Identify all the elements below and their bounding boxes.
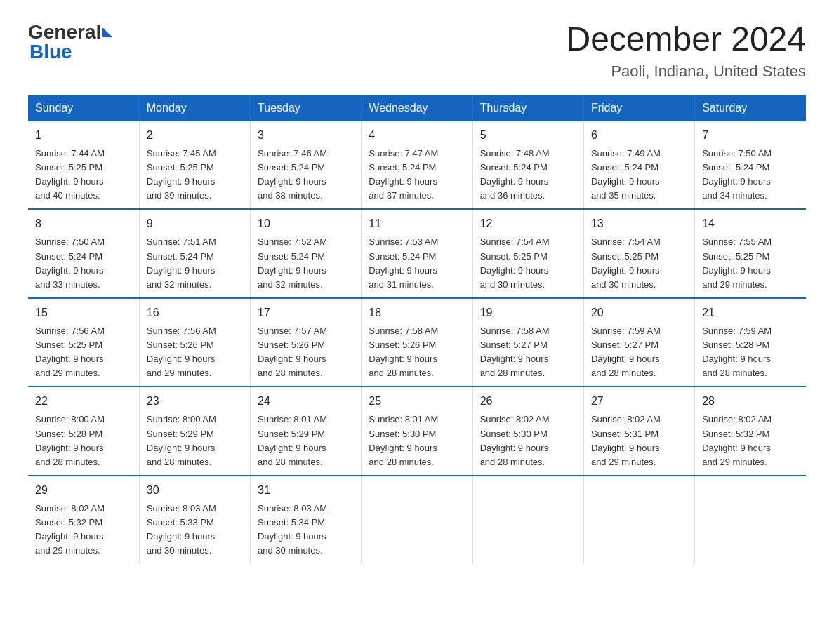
calendar-day-cell: 26Sunrise: 8:02 AMSunset: 5:30 PMDayligh…	[472, 387, 583, 476]
calendar-week-row: 29Sunrise: 8:02 AMSunset: 5:32 PMDayligh…	[28, 476, 806, 564]
location: Paoli, Indiana, United States	[566, 62, 806, 81]
calendar-day-cell: 11Sunrise: 7:53 AMSunset: 5:24 PMDayligh…	[362, 209, 472, 298]
day-info: Sunrise: 8:00 AMSunset: 5:29 PMDaylight:…	[147, 412, 243, 469]
calendar-day-cell: 9Sunrise: 7:51 AMSunset: 5:24 PMDaylight…	[139, 209, 250, 298]
day-number: 11	[369, 215, 465, 232]
calendar-day-cell: 30Sunrise: 8:03 AMSunset: 5:33 PMDayligh…	[139, 476, 250, 564]
day-info: Sunrise: 7:56 AMSunset: 5:25 PMDaylight:…	[35, 324, 132, 381]
day-number: 13	[591, 215, 687, 232]
day-info: Sunrise: 7:52 AMSunset: 5:24 PMDaylight:…	[258, 235, 354, 292]
day-number: 29	[35, 482, 132, 499]
day-number: 2	[147, 127, 243, 144]
day-number: 21	[702, 304, 799, 321]
calendar-day-cell: 17Sunrise: 7:57 AMSunset: 5:26 PMDayligh…	[251, 298, 362, 387]
day-number: 7	[702, 127, 799, 144]
calendar-day-cell: 29Sunrise: 8:02 AMSunset: 5:32 PMDayligh…	[28, 476, 139, 564]
calendar-day-cell: 31Sunrise: 8:03 AMSunset: 5:34 PMDayligh…	[251, 476, 362, 564]
day-info: Sunrise: 7:58 AMSunset: 5:26 PMDaylight:…	[369, 324, 465, 381]
calendar-day-cell	[472, 476, 583, 564]
day-info: Sunrise: 7:47 AMSunset: 5:24 PMDaylight:…	[369, 147, 465, 203]
day-info: Sunrise: 7:51 AMSunset: 5:24 PMDaylight:…	[147, 235, 243, 292]
header-day: Tuesday	[251, 95, 362, 121]
calendar-body: 1Sunrise: 7:44 AMSunset: 5:25 PMDaylight…	[28, 121, 806, 564]
calendar-day-cell: 7Sunrise: 7:50 AMSunset: 5:24 PMDaylight…	[695, 121, 806, 210]
day-info: Sunrise: 8:00 AMSunset: 5:28 PMDaylight:…	[35, 412, 132, 469]
day-info: Sunrise: 7:54 AMSunset: 5:25 PMDaylight:…	[480, 235, 576, 292]
day-info: Sunrise: 8:01 AMSunset: 5:29 PMDaylight:…	[258, 412, 354, 469]
calendar-day-cell: 27Sunrise: 8:02 AMSunset: 5:31 PMDayligh…	[583, 387, 694, 476]
day-info: Sunrise: 7:48 AMSunset: 5:24 PMDaylight:…	[480, 147, 576, 203]
day-info: Sunrise: 7:56 AMSunset: 5:26 PMDaylight:…	[147, 324, 243, 381]
header-day: Wednesday	[362, 95, 472, 121]
calendar-day-cell: 18Sunrise: 7:58 AMSunset: 5:26 PMDayligh…	[362, 298, 472, 387]
day-info: Sunrise: 7:50 AMSunset: 5:24 PMDaylight:…	[35, 235, 132, 292]
calendar-day-cell: 8Sunrise: 7:50 AMSunset: 5:24 PMDaylight…	[28, 209, 139, 298]
day-info: Sunrise: 8:03 AMSunset: 5:33 PMDaylight:…	[147, 502, 243, 558]
calendar-day-cell	[362, 476, 472, 564]
calendar-day-cell: 16Sunrise: 7:56 AMSunset: 5:26 PMDayligh…	[139, 298, 250, 387]
day-number: 18	[369, 304, 465, 321]
calendar-day-cell: 1Sunrise: 7:44 AMSunset: 5:25 PMDaylight…	[28, 121, 139, 210]
calendar-week-row: 22Sunrise: 8:00 AMSunset: 5:28 PMDayligh…	[28, 387, 806, 476]
day-number: 8	[35, 215, 132, 232]
header-day: Friday	[583, 95, 694, 121]
header-day: Saturday	[695, 95, 806, 121]
header-row: SundayMondayTuesdayWednesdayThursdayFrid…	[28, 95, 806, 121]
day-number: 25	[369, 393, 465, 410]
title-area: December 2024 Paoli, Indiana, United Sta…	[566, 21, 806, 81]
calendar-day-cell: 6Sunrise: 7:49 AMSunset: 5:24 PMDaylight…	[583, 121, 694, 210]
month-title: December 2024	[566, 21, 806, 58]
day-info: Sunrise: 7:49 AMSunset: 5:24 PMDaylight:…	[591, 147, 687, 203]
calendar-week-row: 1Sunrise: 7:44 AMSunset: 5:25 PMDaylight…	[28, 121, 806, 210]
day-number: 20	[591, 304, 687, 321]
day-info: Sunrise: 7:50 AMSunset: 5:24 PMDaylight:…	[702, 147, 799, 203]
calendar-day-cell: 14Sunrise: 7:55 AMSunset: 5:25 PMDayligh…	[695, 209, 806, 298]
day-number: 23	[147, 393, 243, 410]
header-day: Monday	[139, 95, 250, 121]
day-number: 30	[147, 482, 243, 499]
calendar-day-cell	[695, 476, 806, 564]
logo-arrow-icon	[102, 27, 112, 37]
day-number: 15	[35, 304, 132, 321]
calendar-day-cell: 3Sunrise: 7:46 AMSunset: 5:24 PMDaylight…	[251, 121, 362, 210]
day-info: Sunrise: 7:53 AMSunset: 5:24 PMDaylight:…	[369, 235, 465, 292]
day-info: Sunrise: 8:02 AMSunset: 5:31 PMDaylight:…	[591, 412, 687, 469]
day-info: Sunrise: 7:58 AMSunset: 5:27 PMDaylight:…	[480, 324, 576, 381]
page-header: General Blue December 2024 Paoli, Indian…	[28, 21, 806, 81]
calendar-day-cell: 4Sunrise: 7:47 AMSunset: 5:24 PMDaylight…	[362, 121, 472, 210]
calendar-day-cell: 23Sunrise: 8:00 AMSunset: 5:29 PMDayligh…	[139, 387, 250, 476]
day-number: 10	[258, 215, 354, 232]
calendar-day-cell: 12Sunrise: 7:54 AMSunset: 5:25 PMDayligh…	[472, 209, 583, 298]
calendar-day-cell: 13Sunrise: 7:54 AMSunset: 5:25 PMDayligh…	[583, 209, 694, 298]
day-number: 19	[480, 304, 576, 321]
calendar-header: SundayMondayTuesdayWednesdayThursdayFrid…	[28, 95, 806, 121]
day-info: Sunrise: 7:45 AMSunset: 5:25 PMDaylight:…	[147, 147, 243, 203]
day-info: Sunrise: 8:02 AMSunset: 5:32 PMDaylight:…	[35, 502, 132, 558]
day-info: Sunrise: 7:54 AMSunset: 5:25 PMDaylight:…	[591, 235, 687, 292]
day-info: Sunrise: 7:59 AMSunset: 5:28 PMDaylight:…	[702, 324, 799, 381]
day-number: 28	[702, 393, 799, 410]
logo: General Blue	[28, 21, 114, 63]
day-info: Sunrise: 8:01 AMSunset: 5:30 PMDaylight:…	[369, 412, 465, 469]
day-info: Sunrise: 7:55 AMSunset: 5:25 PMDaylight:…	[702, 235, 799, 292]
calendar-day-cell: 2Sunrise: 7:45 AMSunset: 5:25 PMDaylight…	[139, 121, 250, 210]
day-number: 3	[258, 127, 354, 144]
day-number: 16	[147, 304, 243, 321]
day-number: 5	[480, 127, 576, 144]
calendar-day-cell	[583, 476, 694, 564]
calendar-week-row: 15Sunrise: 7:56 AMSunset: 5:25 PMDayligh…	[28, 298, 806, 387]
day-number: 31	[258, 482, 354, 499]
calendar-table: SundayMondayTuesdayWednesdayThursdayFrid…	[28, 95, 806, 564]
day-number: 9	[147, 215, 243, 232]
calendar-day-cell: 28Sunrise: 8:02 AMSunset: 5:32 PMDayligh…	[695, 387, 806, 476]
calendar-day-cell: 21Sunrise: 7:59 AMSunset: 5:28 PMDayligh…	[695, 298, 806, 387]
header-day: Thursday	[472, 95, 583, 121]
header-day: Sunday	[28, 95, 139, 121]
day-number: 22	[35, 393, 132, 410]
day-number: 27	[591, 393, 687, 410]
day-number: 12	[480, 215, 576, 232]
day-number: 1	[35, 127, 132, 144]
calendar-day-cell: 10Sunrise: 7:52 AMSunset: 5:24 PMDayligh…	[251, 209, 362, 298]
day-info: Sunrise: 7:46 AMSunset: 5:24 PMDaylight:…	[258, 147, 354, 203]
day-number: 14	[702, 215, 799, 232]
